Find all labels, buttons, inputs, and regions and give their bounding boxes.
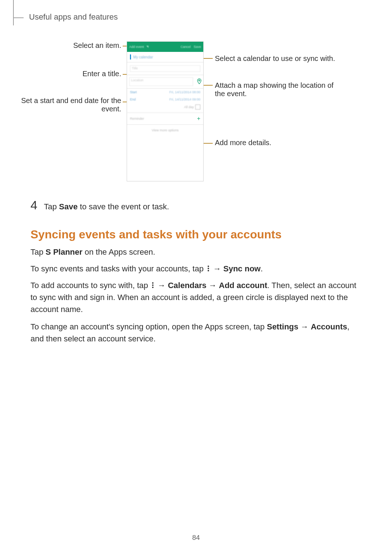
step-text: Tap Save to save the event or task. (44, 199, 169, 213)
location-input[interactable]: Location (129, 77, 193, 86)
callout-select-item: Select an item. (9, 41, 121, 50)
step-4: 4 Tap Save to save the event or task. (30, 199, 169, 213)
step-number: 4 (30, 199, 37, 211)
paragraph-4: To change an account's syncing option, o… (30, 321, 362, 345)
view-more-options[interactable]: View more options (127, 125, 203, 136)
save-button[interactable]: Save (193, 45, 201, 49)
title-input[interactable]: Title (130, 65, 200, 72)
calendar-color-swatch (130, 54, 131, 59)
page-corner-rule (13, 0, 14, 25)
end-datetime[interactable]: EndFri, 14/11/2014 09:00 (127, 96, 203, 103)
callout-enter-title: Enter a title. (9, 70, 121, 78)
figure-add-event: Select an item. Enter a title. Set a sta… (30, 41, 362, 186)
paragraph-3: To add accounts to sync with, tap → Cale… (30, 279, 362, 315)
heading-syncing: Syncing events and tasks with your accou… (30, 228, 282, 241)
paragraph-1: Tap S Planner on the Apps screen. (30, 246, 362, 258)
calendar-name: My calendar (133, 55, 153, 59)
callout-select-calendar: Select a calendar to use or sync with. (215, 54, 353, 63)
leader-line (203, 58, 213, 59)
phone-topbar: Add event Cancel Save (127, 42, 203, 52)
start-datetime[interactable]: StartFri, 14/11/2014 08:00 (127, 89, 203, 96)
topbar-title[interactable]: Add event (129, 45, 144, 49)
paragraph-2: To sync events and tasks with your accou… (30, 263, 362, 275)
plus-icon[interactable]: + (197, 116, 200, 122)
callout-attach-map: Attach a map showing the location of the… (215, 81, 346, 98)
checkbox-icon[interactable] (195, 104, 200, 110)
more-options-icon (207, 265, 209, 272)
calendar-selector[interactable]: My calendar (127, 52, 203, 62)
location-pin-icon[interactable] (195, 78, 203, 85)
callout-add-details: Add more details. (215, 139, 331, 147)
cancel-button[interactable]: Cancel (180, 45, 191, 49)
page-number: 84 (0, 534, 392, 542)
all-day-toggle[interactable]: All day (127, 103, 203, 113)
phone-mockup: Add event Cancel Save My calendar Title … (127, 41, 204, 181)
callout-set-dates: Set a start and end date for the event. (0, 97, 121, 113)
svg-point-0 (199, 80, 200, 81)
more-options-icon (152, 282, 154, 289)
breadcrumb: Useful apps and features (29, 12, 118, 22)
reminder-row[interactable]: Reminder + (127, 113, 203, 125)
dropdown-icon[interactable] (146, 46, 148, 48)
